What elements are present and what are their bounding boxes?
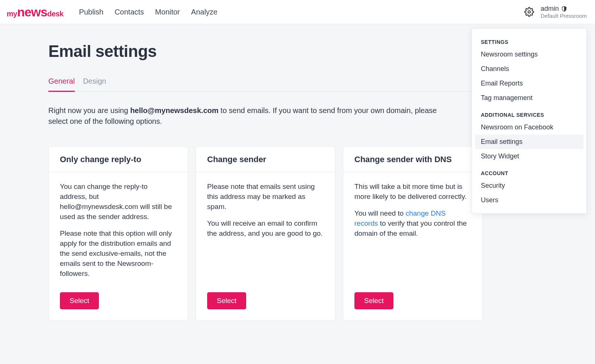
user-menu-trigger[interactable]: admin Default Pressroom bbox=[541, 5, 587, 19]
card-sender-p2: You will receive an email to confirm the… bbox=[207, 219, 324, 239]
brand-logo[interactable]: my news desk bbox=[7, 6, 64, 18]
card-dns-p2: You will need to change DNS records to v… bbox=[354, 209, 471, 239]
dropdown-section-additional: ADDITIONAL SERVICES bbox=[475, 109, 583, 120]
gear-icon[interactable] bbox=[524, 7, 534, 17]
card-reply-to: Only change reply-to You can change the … bbox=[48, 146, 188, 321]
dropdown-section-account: ACCOUNT bbox=[475, 167, 583, 178]
logo-part-desk: desk bbox=[47, 10, 64, 18]
settings-dropdown: SETTINGS Newsroom settings Channels Emai… bbox=[472, 28, 587, 214]
card-sender-p1: Please note that emails sent using this … bbox=[207, 182, 324, 212]
dd-newsroom-settings[interactable]: Newsroom settings bbox=[475, 47, 583, 62]
user-subtitle: Default Pressroom bbox=[541, 13, 587, 19]
svg-point-0 bbox=[528, 11, 531, 13]
select-button-change-sender[interactable]: Select bbox=[207, 292, 246, 309]
dd-users[interactable]: Users bbox=[475, 193, 583, 207]
card-change-sender: Change sender Please note that emails se… bbox=[196, 146, 335, 321]
tab-design[interactable]: Design bbox=[83, 77, 106, 91]
nav-monitor[interactable]: Monitor bbox=[155, 8, 180, 16]
topbar-right: admin Default Pressroom bbox=[524, 5, 587, 19]
dd-email-reports[interactable]: Email Reports bbox=[475, 76, 583, 91]
tab-general[interactable]: General bbox=[48, 77, 75, 91]
user-name: admin bbox=[541, 5, 559, 13]
nav-contacts[interactable]: Contacts bbox=[115, 8, 144, 16]
card-dns-p1: This will take a bit more time but is mo… bbox=[354, 182, 471, 202]
topbar: my news desk Publish Contacts Monitor An… bbox=[0, 0, 595, 24]
dd-security[interactable]: Security bbox=[475, 178, 583, 193]
shield-icon bbox=[561, 6, 567, 12]
card-title-change-sender: Change sender bbox=[207, 155, 324, 164]
dropdown-section-settings: SETTINGS bbox=[475, 36, 583, 47]
intro-text: Right now you are using hello@mynewsdesk… bbox=[48, 105, 443, 127]
card-title-reply-to: Only change reply-to bbox=[60, 155, 177, 164]
card-change-sender-dns: Change sender with DNS This will take a … bbox=[343, 146, 483, 321]
logo-part-my: my bbox=[7, 10, 17, 18]
dd-newsroom-facebook[interactable]: Newsroom on Facebook bbox=[475, 120, 583, 135]
dd-tag-management[interactable]: Tag management bbox=[475, 91, 583, 105]
card-replyto-p2: Please note that this option will only a… bbox=[60, 229, 177, 279]
dd-channels[interactable]: Channels bbox=[475, 62, 583, 76]
card-title-change-sender-dns: Change sender with DNS bbox=[354, 155, 471, 164]
nav-publish[interactable]: Publish bbox=[79, 8, 104, 16]
select-button-reply-to[interactable]: Select bbox=[60, 292, 99, 309]
dd-email-settings[interactable]: Email settings bbox=[475, 135, 583, 149]
nav-analyze[interactable]: Analyze bbox=[191, 8, 218, 16]
logo-part-news: news bbox=[17, 6, 47, 18]
card-replyto-p1: You can change the reply-to address, but… bbox=[60, 182, 177, 222]
dd-story-widget[interactable]: Story Widget bbox=[475, 149, 583, 164]
primary-nav: Publish Contacts Monitor Analyze bbox=[79, 8, 218, 16]
intro-email: hello@mynewsdesk.com bbox=[130, 106, 218, 115]
select-button-change-sender-dns[interactable]: Select bbox=[354, 292, 393, 309]
